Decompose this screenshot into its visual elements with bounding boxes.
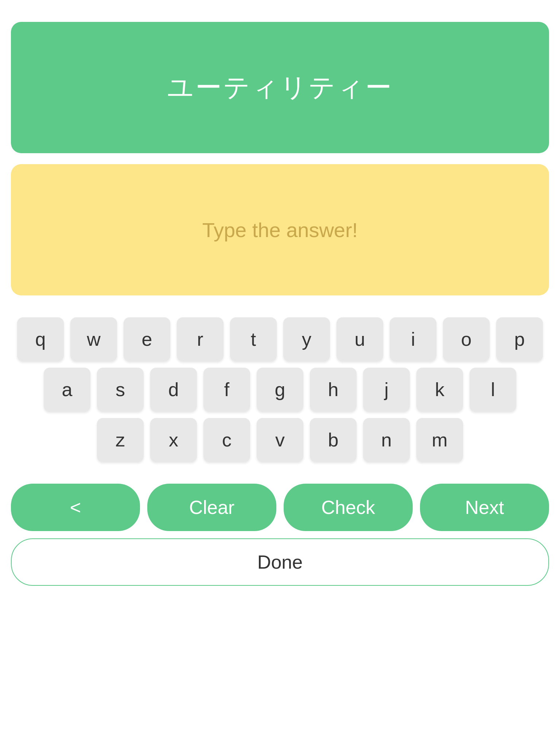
key-r[interactable]: r [177,317,223,361]
key-w[interactable]: w [70,317,117,361]
key-u[interactable]: u [337,317,383,361]
key-p[interactable]: p [496,317,543,361]
key-t[interactable]: t [230,317,277,361]
key-d[interactable]: d [150,368,197,411]
answer-card: Type the answer! [11,164,549,295]
key-s[interactable]: s [97,368,144,411]
key-m[interactable]: m [416,418,463,462]
key-c[interactable]: c [203,418,250,462]
key-i[interactable]: i [390,317,436,361]
key-b[interactable]: b [310,418,357,462]
backspace-button[interactable]: < [11,484,140,531]
key-f[interactable]: f [203,368,250,411]
keyboard-row-1: qwertyuiop [17,317,543,361]
key-a[interactable]: a [44,368,90,411]
keyboard-row-3: zxcvbnm [97,418,463,462]
keyboard: qwertyuiop asdfghjkl zxcvbnm [11,317,549,462]
question-card: ユーティリティー [11,22,549,153]
clear-button[interactable]: Clear [147,484,276,531]
key-x[interactable]: x [150,418,197,462]
next-button[interactable]: Next [420,484,549,531]
key-l[interactable]: l [470,368,516,411]
done-button[interactable]: Done [11,538,549,586]
key-n[interactable]: n [363,418,410,462]
key-y[interactable]: y [283,317,330,361]
key-h[interactable]: h [310,368,357,411]
key-z[interactable]: z [97,418,144,462]
key-j[interactable]: j [363,368,410,411]
check-button[interactable]: Check [284,484,413,531]
key-g[interactable]: g [257,368,303,411]
key-q[interactable]: q [17,317,64,361]
key-k[interactable]: k [416,368,463,411]
key-o[interactable]: o [443,317,490,361]
question-text: ユーティリティー [167,70,393,105]
action-buttons-row: < Clear Check Next [11,484,549,531]
key-e[interactable]: e [124,317,170,361]
key-v[interactable]: v [257,418,303,462]
answer-placeholder: Type the answer! [202,218,358,242]
keyboard-row-2: asdfghjkl [44,368,516,411]
